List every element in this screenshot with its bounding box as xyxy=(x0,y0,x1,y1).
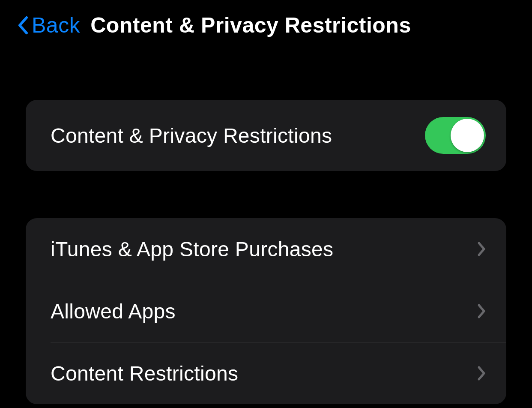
content: Content & Privacy Restrictions iTunes & … xyxy=(0,51,532,404)
master-toggle[interactable] xyxy=(425,117,486,154)
chevron-right-icon xyxy=(477,241,486,257)
master-toggle-label: Content & Privacy Restrictions xyxy=(51,124,332,147)
chevron-left-icon xyxy=(17,16,28,35)
link-content-restrictions[interactable]: Content Restrictions xyxy=(26,342,506,404)
link-label: iTunes & App Store Purchases xyxy=(51,237,333,261)
master-toggle-card: Content & Privacy Restrictions xyxy=(26,100,506,171)
back-label: Back xyxy=(32,13,80,38)
back-button[interactable]: Back xyxy=(17,13,80,38)
page-title: Content & Privacy Restrictions xyxy=(90,13,411,38)
link-allowed-apps[interactable]: Allowed Apps xyxy=(26,280,506,342)
link-itunes-app-store-purchases[interactable]: iTunes & App Store Purchases xyxy=(26,218,506,280)
toggle-knob xyxy=(451,119,484,152)
chevron-right-icon xyxy=(477,366,486,381)
link-label: Content Restrictions xyxy=(51,362,238,385)
chevron-right-icon xyxy=(477,303,486,319)
master-toggle-row: Content & Privacy Restrictions xyxy=(26,100,506,171)
nav-bar: Back Content & Privacy Restrictions xyxy=(0,0,532,51)
links-card: iTunes & App Store Purchases Allowed App… xyxy=(26,218,506,404)
link-label: Allowed Apps xyxy=(51,300,176,323)
